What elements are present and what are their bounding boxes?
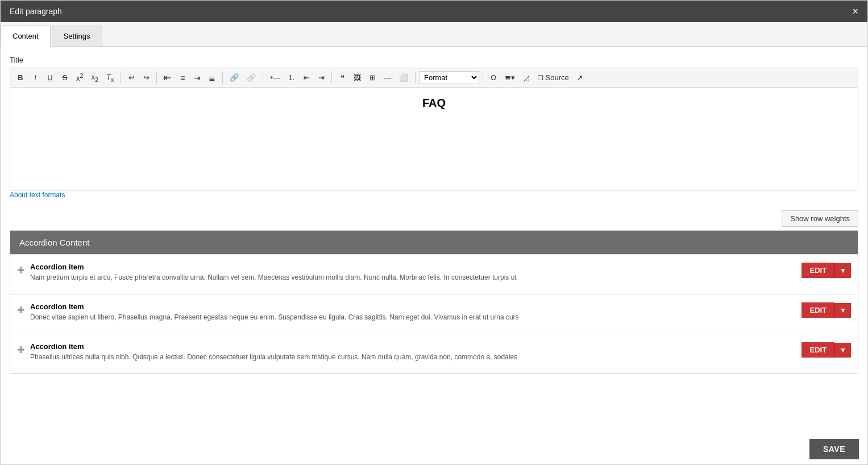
underline-button[interactable]: U [43,72,57,84]
numbered-list-button[interactable]: 1. [285,72,298,84]
tab-settings[interactable]: Settings [52,26,102,46]
modal-footer: SAVE [800,433,868,465]
accordion-item-3-edit-button[interactable]: EDIT [801,342,834,358]
paste-button[interactable]: ◿ [520,72,533,84]
accordion-item-1-title: Accordion item [30,263,796,271]
strikethrough-button[interactable]: S [58,72,72,84]
table-button[interactable]: ⊞ [366,72,379,84]
show-row-weights-button[interactable]: Show row weights [782,210,858,227]
special-char-button[interactable]: ⬜ [396,72,412,84]
modal-header: Edit paragraph × [1,1,867,22]
outdent-button[interactable]: ⇤ [300,72,313,84]
horizontal-rule-button[interactable]: ― [380,72,394,84]
image-button[interactable]: 🖼 [350,72,364,84]
accordion-item-3-actions: EDIT ▼ [801,342,851,358]
editor-content-text: FAQ [19,97,849,110]
about-formats-link[interactable]: About text formats [10,191,65,199]
drag-handle-2[interactable]: ✚ [17,302,24,315]
toolbar-sep-4 [263,72,263,84]
accordion-item-1-content: Accordion item Nam pretium turpis et arc… [30,263,796,281]
unlink-button[interactable]: 🔗 [243,72,259,84]
modal-title: Edit paragraph [10,7,62,16]
tabs-container: Content Settings [1,22,867,47]
tab-content[interactable]: Content [1,26,51,47]
accordion-item-2-text: Donec vitae sapien ut libero, Phasellus … [30,313,542,321]
format-dropdown-container: Format Heading 1 Heading 2 Heading 3 Par… [419,71,479,84]
fullscreen-button[interactable]: ➚ [574,72,587,84]
drag-handle-3[interactable]: ✚ [17,342,24,355]
undo-button[interactable]: ↩ [124,72,138,84]
redo-button[interactable]: ↪ [139,72,153,84]
align-right-button[interactable]: ⇥ [190,72,204,84]
accordion-item-2-content: Accordion item Donec vitae sapien ut lib… [30,302,796,321]
drag-handle-1[interactable]: ✚ [17,263,24,276]
modal-body: Title B I U S x2 x2 Tx ↩ ↪ ⇤ ≡ ⇥ ≣ [1,47,867,383]
bold-button[interactable]: B [14,72,27,84]
accordion-item-3-text: Phasellus ultrices nulla quis nibh. Quis… [30,353,542,361]
remove-format-button[interactable]: Tx [103,71,117,85]
toolbar-sep-3 [222,72,223,84]
accordion-item-3: ✚ Accordion item Phasellus ultrices null… [10,334,858,373]
accordion-item-1-text: Nam pretium turpis et arcu, Fusce pharet… [30,273,542,281]
accordion-item-1-edit-dropdown[interactable]: ▼ [834,263,851,278]
bullet-list-button[interactable]: •— [267,72,284,84]
modal-close-button[interactable]: × [852,6,858,16]
source-label: Source [546,73,569,82]
accordion-item-1-edit-button[interactable]: EDIT [801,263,834,278]
styles-button[interactable]: ≣▾ [501,72,518,84]
toolbar-sep-1 [121,72,121,84]
accordion-item-3-edit-dropdown[interactable]: ▼ [834,343,851,358]
accordion-item-2-actions: EDIT ▼ [801,302,851,318]
toolbar-sep-6 [415,72,416,84]
omega-button[interactable]: Ω [487,72,500,84]
accordion-item-2-edit-dropdown[interactable]: ▼ [834,303,851,318]
align-center-button[interactable]: ≡ [176,72,189,84]
accordion-item-3-title: Accordion item [30,342,796,351]
source-icon: ❒ [538,74,543,81]
source-button[interactable]: ❒ Source [534,72,572,84]
editor-toolbar: B I U S x2 x2 Tx ↩ ↪ ⇤ ≡ ⇥ ≣ 🔗 🔗 • [10,68,858,88]
format-select[interactable]: Format Heading 1 Heading 2 Heading 3 Par… [419,71,479,84]
editor-container: B I U S x2 x2 Tx ↩ ↪ ⇤ ≡ ⇥ ≣ 🔗 🔗 • [10,68,858,190]
editor-content-area[interactable]: FAQ [10,88,858,190]
accordion-item-2-title: Accordion item [30,302,796,311]
italic-button[interactable]: I [28,72,42,84]
accordion-item-2: ✚ Accordion item Donec vitae sapien ut l… [10,294,858,334]
subscript-button[interactable]: x2 [88,71,102,85]
accordion-item-2-edit-button[interactable]: EDIT [801,302,834,318]
save-button[interactable]: SAVE [809,439,859,459]
title-field-label: Title [10,56,858,64]
align-left-button[interactable]: ⇤ [160,70,175,85]
accordion-item-1-actions: EDIT ▼ [801,263,851,278]
toolbar-sep-7 [483,72,483,84]
accordion-item-3-content: Accordion item Phasellus ultrices nulla … [30,342,796,361]
blockquote-button[interactable]: ❝ [335,72,349,84]
justify-button[interactable]: ≣ [205,72,219,84]
superscript-button[interactable]: x2 [73,70,87,84]
toolbar-sep-5 [331,72,332,84]
accordion-section: Accordion Content ✚ Accordion item Nam p… [10,230,858,374]
show-row-weights-area: Show row weights [10,210,858,227]
accordion-header: Accordion Content [10,231,858,254]
modal-wrapper: Edit paragraph × Content Settings Title … [0,0,868,465]
link-button[interactable]: 🔗 [226,72,242,84]
toolbar-sep-2 [156,72,157,84]
indent-button[interactable]: ⇥ [314,72,328,84]
accordion-item-1: ✚ Accordion item Nam pretium turpis et a… [10,254,858,294]
